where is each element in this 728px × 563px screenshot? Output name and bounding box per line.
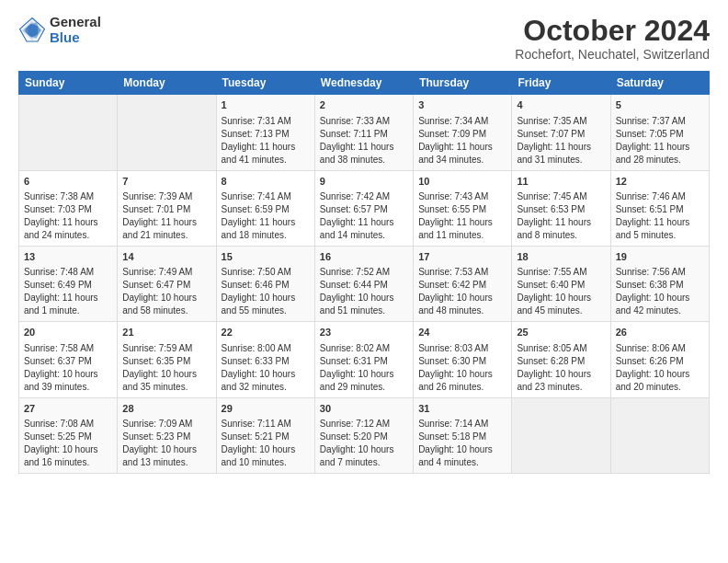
- day-number: 11: [517, 175, 605, 189]
- sunrise-text: Sunrise: 7:48 AM: [24, 267, 94, 277]
- table-row: 18Sunrise: 7:55 AMSunset: 6:40 PMDayligh…: [512, 246, 610, 321]
- sunrise-text: Sunrise: 7:52 AM: [320, 267, 390, 277]
- day-number: 9: [320, 175, 408, 189]
- sunrise-text: Sunrise: 7:41 AM: [222, 191, 291, 201]
- daylight-text: Daylight: 11 hours and 24 minutes.: [24, 217, 98, 240]
- sunrise-text: Sunrise: 7:59 AM: [122, 343, 192, 353]
- day-number: 18: [517, 250, 605, 264]
- daylight-text: Daylight: 11 hours and 31 minutes.: [517, 142, 591, 165]
- day-number: 23: [320, 326, 408, 339]
- day-number: 16: [320, 250, 408, 264]
- day-number: 2: [320, 98, 408, 112]
- subtitle: Rochefort, Neuchatel, Switzerland: [515, 47, 710, 62]
- logo-blue: Blue: [50, 30, 101, 46]
- day-number: 25: [517, 326, 605, 339]
- sunset-text: Sunset: 6:49 PM: [24, 280, 92, 290]
- sunrise-text: Sunrise: 7:11 AM: [222, 419, 291, 429]
- sunset-text: Sunset: 6:28 PM: [517, 356, 585, 366]
- daylight-text: Daylight: 11 hours and 18 minutes.: [222, 217, 296, 240]
- table-row: 15Sunrise: 7:50 AMSunset: 6:46 PMDayligh…: [216, 246, 314, 321]
- day-number: 22: [222, 326, 310, 339]
- table-row: 4Sunrise: 7:35 AMSunset: 7:07 PMDaylight…: [512, 95, 610, 170]
- table-row: 24Sunrise: 8:03 AMSunset: 6:30 PMDayligh…: [414, 322, 512, 397]
- table-row: 20Sunrise: 7:58 AMSunset: 6:37 PMDayligh…: [19, 322, 118, 397]
- daylight-text: Daylight: 11 hours and 14 minutes.: [320, 217, 394, 240]
- sunset-text: Sunset: 6:59 PM: [222, 204, 290, 214]
- table-row: 6Sunrise: 7:38 AMSunset: 7:03 PMDaylight…: [19, 170, 118, 246]
- main-title: October 2024: [515, 15, 710, 47]
- table-row: 30Sunrise: 7:12 AMSunset: 5:20 PMDayligh…: [314, 397, 413, 473]
- day-number: 30: [320, 402, 408, 416]
- table-row: 7Sunrise: 7:39 AMSunset: 7:01 PMDaylight…: [118, 170, 216, 246]
- daylight-text: Daylight: 10 hours and 58 minutes.: [122, 293, 197, 316]
- page: General Blue October 2024 Rochefort, Neu…: [0, 0, 728, 483]
- daylight-text: Daylight: 11 hours and 28 minutes.: [616, 142, 690, 165]
- sunrise-text: Sunrise: 8:03 AM: [418, 343, 488, 353]
- day-number: 8: [222, 175, 310, 189]
- table-row: 12Sunrise: 7:46 AMSunset: 6:51 PMDayligh…: [610, 170, 709, 246]
- sunset-text: Sunset: 6:38 PM: [616, 280, 684, 290]
- sunset-text: Sunset: 5:18 PM: [418, 431, 486, 442]
- daylight-text: Daylight: 11 hours and 34 minutes.: [418, 142, 493, 165]
- sunset-text: Sunset: 7:05 PM: [616, 129, 684, 139]
- table-row: [118, 95, 216, 170]
- daylight-text: Daylight: 10 hours and 23 minutes.: [517, 369, 591, 392]
- title-area: October 2024 Rochefort, Neuchatel, Switz…: [515, 15, 710, 62]
- day-number: 31: [418, 402, 506, 416]
- day-number: 26: [616, 326, 704, 339]
- sunrise-text: Sunrise: 7:12 AM: [320, 419, 390, 429]
- sunrise-text: Sunrise: 7:39 AM: [122, 191, 192, 201]
- table-row: 17Sunrise: 7:53 AMSunset: 6:42 PMDayligh…: [414, 246, 512, 321]
- day-number: 5: [616, 98, 704, 112]
- sunset-text: Sunset: 7:07 PM: [517, 129, 585, 139]
- daylight-text: Daylight: 11 hours and 1 minute.: [24, 293, 98, 316]
- daylight-text: Daylight: 11 hours and 21 minutes.: [122, 217, 197, 240]
- header-monday: Monday: [118, 72, 216, 95]
- table-row: [512, 397, 610, 473]
- table-row: 21Sunrise: 7:59 AMSunset: 6:35 PMDayligh…: [118, 322, 216, 397]
- daylight-text: Daylight: 10 hours and 26 minutes.: [418, 369, 493, 392]
- header-friday: Friday: [512, 72, 610, 95]
- day-number: 28: [122, 402, 210, 416]
- sunset-text: Sunset: 6:33 PM: [222, 356, 290, 366]
- daylight-text: Daylight: 11 hours and 11 minutes.: [418, 217, 493, 240]
- table-row: 29Sunrise: 7:11 AMSunset: 5:21 PMDayligh…: [216, 397, 314, 473]
- sunset-text: Sunset: 6:55 PM: [418, 204, 486, 214]
- table-row: 11Sunrise: 7:45 AMSunset: 6:53 PMDayligh…: [512, 170, 610, 246]
- sunset-text: Sunset: 6:26 PM: [616, 356, 684, 366]
- table-row: 19Sunrise: 7:56 AMSunset: 6:38 PMDayligh…: [610, 246, 709, 321]
- calendar-week-row: 6Sunrise: 7:38 AMSunset: 7:03 PMDaylight…: [19, 170, 710, 246]
- table-row: 10Sunrise: 7:43 AMSunset: 6:55 PMDayligh…: [414, 170, 512, 246]
- day-number: 17: [418, 250, 506, 264]
- day-number: 21: [122, 326, 210, 339]
- sunrise-text: Sunrise: 7:49 AM: [122, 267, 192, 277]
- day-number: 27: [24, 402, 112, 416]
- table-row: 14Sunrise: 7:49 AMSunset: 6:47 PMDayligh…: [118, 246, 216, 321]
- sunset-text: Sunset: 7:13 PM: [222, 129, 290, 139]
- table-row: 27Sunrise: 7:08 AMSunset: 5:25 PMDayligh…: [19, 397, 118, 473]
- sunrise-text: Sunrise: 7:45 AM: [517, 191, 586, 201]
- sunrise-text: Sunrise: 7:38 AM: [24, 191, 94, 201]
- sunset-text: Sunset: 6:53 PM: [517, 204, 585, 214]
- logo-general: General: [50, 15, 101, 30]
- daylight-text: Daylight: 11 hours and 38 minutes.: [320, 142, 394, 165]
- table-row: 1Sunrise: 7:31 AMSunset: 7:13 PMDaylight…: [216, 95, 314, 170]
- calendar-week-row: 20Sunrise: 7:58 AMSunset: 6:37 PMDayligh…: [19, 322, 710, 397]
- sunset-text: Sunset: 6:57 PM: [320, 204, 388, 214]
- day-number: 15: [222, 250, 310, 264]
- sunset-text: Sunset: 7:01 PM: [122, 204, 190, 214]
- daylight-text: Daylight: 11 hours and 5 minutes.: [616, 217, 690, 240]
- table-row: 25Sunrise: 8:05 AMSunset: 6:28 PMDayligh…: [512, 322, 610, 397]
- day-number: 3: [418, 98, 506, 112]
- table-row: 8Sunrise: 7:41 AMSunset: 6:59 PMDaylight…: [216, 170, 314, 246]
- header-area: General Blue October 2024 Rochefort, Neu…: [18, 15, 710, 62]
- sunset-text: Sunset: 6:42 PM: [418, 280, 486, 290]
- daylight-text: Daylight: 10 hours and 51 minutes.: [320, 293, 394, 316]
- table-row: 31Sunrise: 7:14 AMSunset: 5:18 PMDayligh…: [414, 397, 512, 473]
- daylight-text: Daylight: 10 hours and 48 minutes.: [418, 293, 493, 316]
- day-number: 24: [418, 326, 506, 339]
- sunrise-text: Sunrise: 7:33 AM: [320, 116, 390, 126]
- table-row: 3Sunrise: 7:34 AMSunset: 7:09 PMDaylight…: [414, 95, 512, 170]
- sunset-text: Sunset: 6:44 PM: [320, 280, 388, 290]
- day-number: 12: [616, 175, 704, 189]
